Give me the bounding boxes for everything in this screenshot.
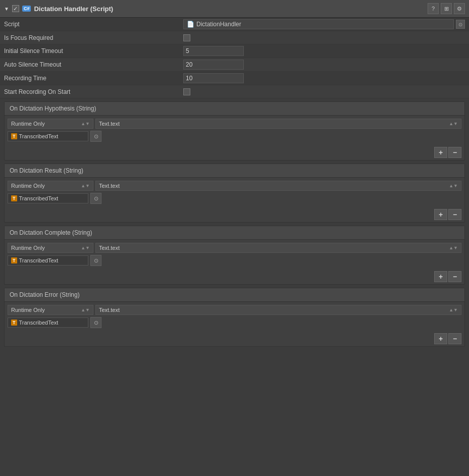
result-dropdowns-row: Runtime Only ▲▼ Text.text ▲▼ — [8, 181, 461, 191]
hypothesis-footer: + − — [5, 145, 464, 160]
error-listener-object[interactable]: T TranscribedText — [8, 318, 88, 328]
is-focus-required-value — [183, 34, 465, 41]
component-header: ▼ ✓ C# Dictation Handler (Script) ? ⊞ ⚙ — [0, 0, 469, 18]
complete-function-dropdown[interactable]: Text.text ▲▼ — [95, 243, 461, 253]
auto-silence-timeout-label: Auto Silence Timeout — [4, 61, 183, 68]
hypothesis-listener-object[interactable]: T TranscribedText — [8, 131, 88, 141]
complete-listener-object[interactable]: T TranscribedText — [8, 255, 88, 266]
hypothesis-function-arrow-icon: ▲▼ — [449, 121, 458, 126]
recording-time-value — [183, 73, 465, 83]
on-dictation-result-header: On Dictation Result (String) — [5, 164, 464, 178]
error-function-arrow-icon: ▲▼ — [449, 307, 458, 312]
on-dictation-complete-section: On Dictation Complete (String) Runtime O… — [4, 226, 465, 285]
result-listener-object[interactable]: T TranscribedText — [8, 193, 88, 203]
complete-runtime-label: Runtime Only — [11, 245, 45, 251]
start-recording-on-start-checkbox[interactable] — [183, 88, 190, 95]
hypothesis-text-badge: T — [11, 133, 17, 139]
on-dictation-error-body: Runtime Only ▲▼ Text.text ▲▼ T Transcrib… — [5, 302, 464, 331]
script-label: Script — [4, 21, 183, 28]
script-name-field[interactable]: 📄 DictationHandler — [183, 19, 454, 29]
result-remove-button[interactable]: − — [448, 209, 461, 220]
cs-badge: C# — [22, 6, 31, 12]
initial-silence-timeout-label: Initial Silence Timeout — [4, 47, 183, 55]
on-dictation-error-header: On Dictation Error (String) — [5, 288, 464, 302]
collapse-arrow-icon[interactable]: ▼ — [4, 6, 9, 12]
result-runtime-dropdown[interactable]: Runtime Only ▲▼ — [8, 181, 93, 191]
hypothesis-listener-label: TranscribedText — [19, 133, 59, 139]
result-listener-label: TranscribedText — [19, 195, 59, 201]
check-icon: ✓ — [13, 6, 18, 12]
complete-runtime-dropdown[interactable]: Runtime Only ▲▼ — [8, 243, 93, 253]
complete-listener-row: T TranscribedText ⊙ — [8, 255, 461, 266]
error-function-dropdown[interactable]: Text.text ▲▼ — [95, 305, 461, 315]
initial-silence-timeout-value — [183, 46, 465, 56]
on-dictation-hypothesis-body: Runtime Only ▲▼ Text.text ▲▼ T Transcrib… — [5, 116, 464, 145]
result-function-dropdown[interactable]: Text.text ▲▼ — [95, 181, 461, 191]
complete-remove-button[interactable]: − — [448, 271, 461, 282]
hypothesis-listener-row: T TranscribedText ⊙ — [8, 131, 461, 142]
hypothesis-remove-button[interactable]: − — [448, 147, 461, 158]
hypothesis-function-label: Text.text — [99, 121, 120, 127]
result-runtime-arrow-icon: ▲▼ — [81, 183, 90, 188]
hypothesis-add-button[interactable]: + — [434, 147, 447, 158]
error-add-button[interactable]: + — [434, 333, 447, 344]
start-recording-on-start-value — [183, 88, 465, 95]
is-focus-required-label: Is Focus Required — [4, 34, 183, 41]
complete-function-arrow-icon: ▲▼ — [449, 245, 458, 250]
hypothesis-listener-settings-button[interactable]: ⊙ — [90, 131, 101, 142]
error-listener-label: TranscribedText — [19, 320, 59, 326]
complete-listener-label: TranscribedText — [19, 257, 59, 263]
hypothesis-runtime-label: Runtime Only — [11, 121, 45, 127]
complete-text-badge: T — [11, 257, 17, 263]
initial-silence-timeout-input[interactable] — [183, 46, 244, 56]
on-dictation-complete-header: On Dictation Complete (String) — [5, 226, 464, 240]
layout-button[interactable]: ⊞ — [441, 3, 452, 14]
script-name-value: DictationHandler — [196, 21, 241, 28]
on-dictation-hypothesis-header: On Dictation Hypothesis (String) — [5, 102, 464, 116]
recording-time-row: Recording Time — [0, 72, 469, 85]
result-footer: + − — [5, 207, 464, 222]
auto-silence-timeout-value — [183, 60, 465, 70]
auto-silence-timeout-input[interactable] — [183, 60, 244, 70]
error-dropdowns-row: Runtime Only ▲▼ Text.text ▲▼ — [8, 305, 461, 315]
start-recording-on-start-row: Start Recording On Start — [0, 85, 469, 98]
recording-time-label: Recording Time — [4, 75, 183, 82]
start-recording-on-start-label: Start Recording On Start — [4, 88, 183, 95]
initial-silence-timeout-row: Initial Silence Timeout — [0, 44, 469, 58]
settings-button[interactable]: ⚙ — [454, 3, 465, 14]
properties-section: Script 📄 DictationHandler ⊙ Is Focus Req… — [0, 18, 469, 98]
script-property-row: Script 📄 DictationHandler ⊙ — [0, 18, 469, 31]
complete-add-button[interactable]: + — [434, 271, 447, 282]
script-file-icon: 📄 — [187, 21, 194, 28]
hypothesis-runtime-dropdown[interactable]: Runtime Only ▲▼ — [8, 119, 93, 129]
component-panel: ▼ ✓ C# Dictation Handler (Script) ? ⊞ ⚙ … — [0, 0, 469, 347]
error-runtime-label: Runtime Only — [11, 307, 45, 313]
enabled-checkbox[interactable]: ✓ — [12, 5, 19, 12]
on-dictation-result-body: Runtime Only ▲▼ Text.text ▲▼ T Transcrib… — [5, 178, 464, 207]
on-dictation-error-title: On Dictation Error (String) — [10, 291, 80, 298]
complete-listener-settings-button[interactable]: ⊙ — [90, 255, 101, 266]
on-dictation-hypothesis-section: On Dictation Hypothesis (String) Runtime… — [4, 101, 465, 161]
result-listener-settings-button[interactable]: ⊙ — [90, 193, 101, 204]
error-function-label: Text.text — [99, 307, 120, 313]
on-dictation-result-section: On Dictation Result (String) Runtime Onl… — [4, 164, 465, 223]
error-runtime-arrow-icon: ▲▼ — [81, 307, 90, 312]
hypothesis-function-dropdown[interactable]: Text.text ▲▼ — [95, 119, 461, 129]
error-listener-row: T TranscribedText ⊙ — [8, 317, 461, 328]
on-dictation-hypothesis-title: On Dictation Hypothesis (String) — [10, 105, 96, 112]
result-runtime-label: Runtime Only — [11, 183, 45, 189]
error-footer: + − — [5, 331, 464, 346]
help-button[interactable]: ? — [428, 3, 439, 14]
result-function-label: Text.text — [99, 183, 120, 189]
error-listener-settings-button[interactable]: ⊙ — [90, 317, 101, 328]
error-remove-button[interactable]: − — [448, 333, 461, 344]
result-listener-row: T TranscribedText ⊙ — [8, 193, 461, 204]
script-settings-button[interactable]: ⊙ — [456, 20, 465, 29]
complete-dropdowns-row: Runtime Only ▲▼ Text.text ▲▼ — [8, 243, 461, 253]
recording-time-input[interactable] — [183, 73, 244, 83]
component-title: Dictation Handler (Script) — [34, 5, 425, 13]
result-add-button[interactable]: + — [434, 209, 447, 220]
is-focus-required-checkbox[interactable] — [183, 34, 190, 41]
error-runtime-dropdown[interactable]: Runtime Only ▲▼ — [8, 305, 93, 315]
script-field: 📄 DictationHandler ⊙ — [183, 19, 465, 29]
